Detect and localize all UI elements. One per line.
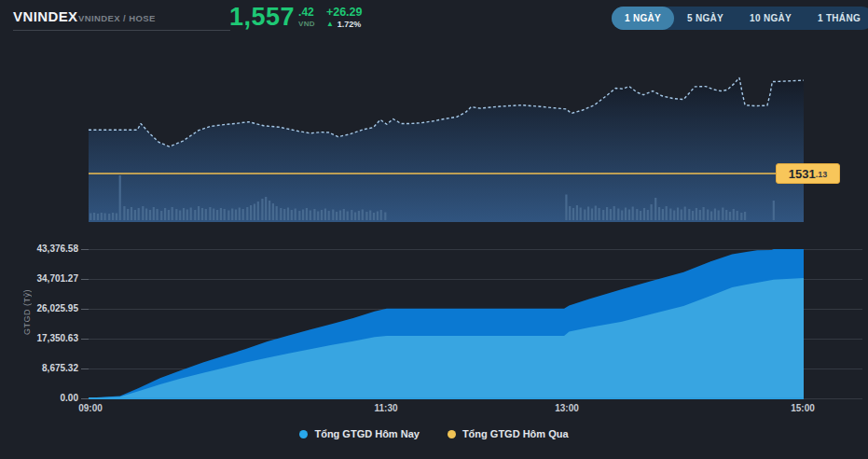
- volume-bar: [227, 211, 229, 221]
- legend-label: Tổng GTGD Hôm Qua: [462, 428, 569, 439]
- volume-bar: [677, 208, 679, 221]
- volume-bar: [692, 211, 694, 220]
- volume-bar: [198, 206, 200, 220]
- volume-bar: [591, 209, 593, 221]
- volume-bar: [362, 210, 364, 221]
- volume-bar: [276, 206, 278, 220]
- volume-bar: [654, 198, 656, 220]
- y-tick-label: 0.00: [4, 393, 78, 403]
- volume-bar: [201, 208, 203, 220]
- volume-bar: [666, 206, 668, 220]
- volume-bar: [336, 212, 338, 220]
- volume-bar: [220, 208, 222, 220]
- volume-bar: [295, 209, 296, 221]
- volume-bar: [194, 210, 196, 220]
- volume-bar: [224, 209, 226, 220]
- volume-bar: [149, 210, 151, 220]
- volume-bar: [310, 211, 311, 221]
- volume-bar: [153, 207, 155, 220]
- range-button-1-ngay[interactable]: 1 NGÀY: [612, 7, 674, 30]
- volume-bar: [358, 211, 360, 220]
- volume-bar: [658, 207, 660, 220]
- legend-item-hom-qua[interactable]: Tổng GTGD Hôm Qua: [448, 428, 569, 439]
- range-button-5-ngay[interactable]: 5 NGÀY: [674, 7, 737, 30]
- volume-bar: [269, 201, 270, 220]
- range-selector: 1 NGÀY 5 NGÀY 10 NGÀY 1 THÁNG: [612, 7, 868, 30]
- range-button-10-ngay[interactable]: 10 NGÀY: [737, 7, 805, 30]
- volume-bar: [160, 211, 162, 220]
- volume-bar: [610, 209, 612, 220]
- volume-bar: [714, 209, 716, 221]
- last-price-fraction: .42: [298, 7, 315, 18]
- x-tick-label: 11:30: [374, 403, 397, 413]
- volume-bar: [613, 206, 615, 220]
- volume-bar: [168, 210, 170, 220]
- up-arrow-icon: ▲: [326, 21, 334, 28]
- volume-bar: [272, 203, 274, 220]
- volume-bar: [569, 206, 571, 220]
- volume-bar: [369, 211, 371, 221]
- volume-bar: [377, 212, 379, 221]
- volume-bar: [97, 214, 99, 220]
- volume-bar: [602, 210, 604, 220]
- volume-bar: [572, 208, 574, 220]
- volume-bar: [138, 208, 140, 220]
- volume-bar: [703, 207, 705, 220]
- volume-bar: [291, 210, 293, 220]
- volume-bar: [595, 206, 597, 221]
- legend-dot-yellow: [448, 430, 456, 438]
- volume-bar: [339, 211, 341, 221]
- volume-bar: [250, 205, 252, 220]
- volume-bar: [257, 202, 259, 220]
- legend-item-hom-nay[interactable]: Tổng GTGD Hôm Nay: [299, 428, 419, 439]
- volume-bar: [119, 175, 121, 220]
- y-tick-label: 8,675.32: [4, 363, 78, 373]
- volume-bar: [729, 212, 731, 220]
- volume-bar: [651, 204, 653, 220]
- volume-bar: [186, 210, 188, 221]
- last-price: 1,557: [229, 5, 295, 29]
- volume-bar: [179, 211, 181, 221]
- volume-bar: [380, 210, 382, 220]
- volume-bar: [347, 212, 349, 221]
- volume-bar: [707, 210, 709, 221]
- volume-bar: [306, 208, 308, 220]
- volume-bar: [183, 208, 185, 220]
- volume-bar: [744, 212, 746, 220]
- volume-bar: [565, 195, 567, 221]
- charts-canvas[interactable]: [0, 0, 868, 459]
- volume-bar: [216, 210, 218, 220]
- volume-bar: [365, 212, 367, 220]
- range-button-1-thang[interactable]: 1 THÁNG: [805, 7, 868, 30]
- volume-bar: [587, 207, 589, 221]
- x-tick-label: 09:00: [78, 403, 103, 413]
- volume-bar: [172, 207, 173, 220]
- x-tick-label: 15:00: [791, 403, 815, 413]
- volume-bar: [205, 209, 207, 220]
- volume-bar: [123, 206, 125, 220]
- volume-bar: [254, 204, 255, 221]
- page-title: VNINDEX: [13, 8, 77, 24]
- volume-bar: [157, 209, 158, 220]
- prev-close-badge: 1531 .13: [776, 163, 840, 184]
- volume-bar: [718, 211, 720, 221]
- volume-bar: [242, 209, 244, 220]
- volume-bar: [142, 206, 144, 220]
- volume-bar: [640, 211, 641, 220]
- volume-bar: [584, 210, 586, 221]
- volume-bar: [669, 209, 671, 221]
- volume-bar: [116, 214, 117, 221]
- price-change-percent: 1.72%: [338, 20, 362, 29]
- volume-bar: [145, 209, 147, 221]
- volume-bar: [628, 210, 630, 221]
- volume-bar: [373, 213, 375, 220]
- volume-bar: [261, 199, 263, 220]
- volume-bar: [213, 209, 214, 221]
- volume-bar: [643, 208, 645, 220]
- volume-bar: [684, 207, 686, 221]
- prev-close-fraction: .13: [816, 170, 828, 179]
- volume-bar: [90, 214, 91, 221]
- volume-bar: [662, 209, 664, 220]
- y-tick-label: 43,376.58: [4, 243, 78, 254]
- vnindex-chart-app: VNINDEX VNINDEX / HOSE 1,557 .42 VND +26…: [0, 0, 868, 459]
